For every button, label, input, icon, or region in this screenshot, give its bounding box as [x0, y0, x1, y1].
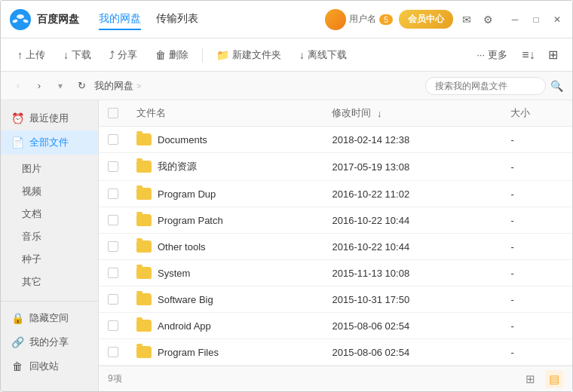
- file-name[interactable]: System: [158, 268, 190, 279]
- sidebar-item-all-files-label: 全部文件: [29, 136, 69, 149]
- table-row[interactable]: Other tools 2016-10-22 10:44 -: [99, 234, 572, 260]
- settings-icon[interactable]: ⚙: [480, 12, 495, 27]
- sidebar-item-doc[interactable]: 文档: [1, 203, 98, 225]
- row-name-cell: Software Big: [127, 286, 323, 313]
- breadcrumb-root[interactable]: 我的网盘: [94, 79, 133, 93]
- share-circle-icon: 🔗: [11, 336, 23, 348]
- table-row[interactable]: Program Patch 2016-10-22 10:44 -: [99, 207, 572, 234]
- sidebar-item-private-space[interactable]: 🔒 隐藏空间: [1, 306, 98, 330]
- file-name[interactable]: Other tools: [158, 241, 206, 253]
- select-all-checkbox[interactable]: [108, 108, 118, 118]
- row-checkbox[interactable]: [108, 188, 118, 199]
- row-checkbox[interactable]: [108, 347, 118, 357]
- search-input[interactable]: [425, 77, 546, 95]
- new-folder-button[interactable]: 📁 新建文件夹: [209, 44, 289, 66]
- sidebar-item-all-files[interactable]: 📄 全部文件: [1, 130, 98, 155]
- svg-point-1: [17, 14, 24, 19]
- sidebar-item-recent[interactable]: ⏰ 最近使用: [1, 106, 98, 130]
- vip-button[interactable]: 会员中心: [399, 10, 453, 29]
- table-row[interactable]: 我的资源 2017-05-19 13:08 -: [99, 153, 572, 181]
- sidebar-item-other[interactable]: 其它: [1, 271, 98, 293]
- tab-my-disk[interactable]: 我的网盘: [99, 9, 141, 30]
- table-row[interactable]: Program Files 2015-08-06 02:54 -: [99, 339, 572, 366]
- sidebar-item-my-share[interactable]: 🔗 我的分享: [1, 330, 98, 354]
- row-checkbox[interactable]: [108, 268, 118, 278]
- view-toggle-icon[interactable]: ⊞: [542, 44, 563, 66]
- row-checkbox[interactable]: [108, 294, 118, 305]
- table-row[interactable]: Program Dup 2016-10-22 11:02 -: [99, 181, 572, 207]
- row-checkbox[interactable]: [108, 161, 118, 172]
- app-window: 百度网盘 我的网盘 传输列表 用户名 5 会员中心 ✉ ⚙ ─ □ ✕ ↑ 上: [0, 0, 573, 392]
- file-name[interactable]: Documents: [158, 134, 207, 145]
- row-name-cell: Program Patch: [127, 207, 323, 234]
- folder-icon: [136, 133, 152, 145]
- down-arrow-button[interactable]: ▾: [52, 78, 69, 94]
- row-checkbox[interactable]: [108, 241, 118, 252]
- row-checkbox-cell: [99, 286, 127, 313]
- file-name[interactable]: Android App: [158, 320, 211, 332]
- row-checkbox-cell: [99, 153, 127, 181]
- back-button[interactable]: ‹: [10, 78, 26, 94]
- sidebar-item-images[interactable]: 图片: [1, 158, 98, 180]
- tab-transfer-list[interactable]: 传输列表: [156, 9, 198, 30]
- header-size: 大小: [501, 100, 572, 127]
- list-view-button[interactable]: ▤: [545, 370, 563, 388]
- sidebar-item-video[interactable]: 视频: [1, 180, 98, 203]
- row-size-cell: -: [501, 234, 572, 260]
- logo: 百度网盘: [8, 8, 79, 32]
- logo-text: 百度网盘: [37, 13, 79, 26]
- file-row-name: Software Big: [136, 293, 314, 305]
- header-modified[interactable]: 修改时间 ↓: [323, 100, 501, 127]
- file-name[interactable]: Program Patch: [158, 215, 223, 226]
- mail-icon[interactable]: ✉: [459, 12, 474, 27]
- file-name[interactable]: Software Big: [158, 294, 213, 305]
- header-name: 文件名: [127, 100, 323, 127]
- more-button[interactable]: ··· 更多: [469, 44, 515, 66]
- sidebar-item-torrent[interactable]: 种子: [1, 248, 98, 271]
- row-checkbox[interactable]: [108, 215, 118, 225]
- download-button[interactable]: ↓ 下载: [56, 44, 99, 66]
- minimize-button[interactable]: ─: [507, 12, 522, 27]
- offline-download-button[interactable]: ↓ 离线下载: [292, 44, 354, 66]
- sidebar-item-music[interactable]: 音乐: [1, 225, 98, 248]
- breadcrumb-separator: >: [136, 81, 141, 90]
- search-icon[interactable]: 🔍: [550, 80, 563, 92]
- file-name[interactable]: Program Dup: [158, 188, 216, 200]
- row-checkbox-cell: [99, 181, 127, 207]
- row-date-cell: 2016-10-22 10:44: [323, 207, 501, 234]
- forward-button[interactable]: ›: [31, 78, 47, 94]
- svg-point-0: [10, 9, 31, 30]
- sidebar-item-recycle[interactable]: 🗑 回收站: [1, 354, 98, 378]
- item-count: 9项: [108, 372, 122, 385]
- refresh-button[interactable]: ↻: [73, 78, 90, 94]
- folder-icon: [136, 188, 152, 200]
- grid-view-button[interactable]: ⊞: [521, 370, 539, 388]
- file-row-name: Program Files: [136, 346, 314, 358]
- table-row[interactable]: Software Big 2015-10-31 17:50 -: [99, 286, 572, 313]
- folder-icon: [136, 293, 152, 305]
- share-button[interactable]: ⤴ 分享: [102, 44, 145, 66]
- folder-icon: [136, 346, 152, 358]
- lock-icon: 🔒: [11, 312, 23, 324]
- sidebar-item-recycle-label: 回收站: [29, 360, 59, 373]
- folder-icon: [136, 214, 152, 226]
- row-date-cell: 2017-05-19 13:08: [323, 153, 501, 181]
- row-name-cell: Program Dup: [127, 181, 323, 207]
- header-checkbox: [99, 100, 127, 127]
- row-checkbox[interactable]: [108, 134, 118, 145]
- sort-icon[interactable]: ≡↓: [518, 44, 539, 66]
- delete-button[interactable]: 🗑 删除: [148, 44, 196, 66]
- row-size-cell: -: [501, 181, 572, 207]
- maximize-button[interactable]: □: [529, 12, 544, 27]
- upload-button[interactable]: ↑ 上传: [10, 44, 53, 66]
- sidebar-item-my-share-label: 我的分享: [29, 335, 69, 349]
- file-name[interactable]: 我的资源: [158, 160, 197, 173]
- sidebar-divider: [1, 301, 98, 302]
- table-row[interactable]: System 2015-11-13 10:08 -: [99, 260, 572, 286]
- row-checkbox[interactable]: [108, 320, 118, 331]
- table-row[interactable]: Android App 2015-08-06 02:54 -: [99, 313, 572, 339]
- file-name[interactable]: Program Files: [158, 347, 219, 358]
- table-row[interactable]: Documents 2018-02-14 12:38 -: [99, 127, 572, 153]
- row-date-cell: 2015-10-31 17:50: [323, 286, 501, 313]
- close-button[interactable]: ✕: [550, 12, 565, 27]
